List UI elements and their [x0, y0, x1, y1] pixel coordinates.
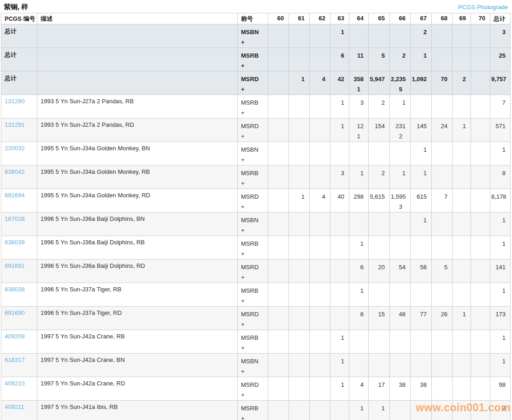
row-total-cell: 1	[490, 283, 511, 307]
pcgs-number-link[interactable]: 409209	[5, 333, 24, 340]
pcgs-number-cell: 618317	[1, 354, 37, 377]
grade-count: 3	[331, 168, 344, 178]
grade-65-cell: 2	[369, 166, 390, 189]
pcgs-number-link[interactable]: 618317	[5, 356, 24, 363]
col-header-grade-70: 70	[471, 13, 490, 24]
pcgs-number-cell: 691691	[1, 260, 37, 283]
grade-count: 1	[350, 239, 364, 249]
grade-66-cell	[390, 24, 411, 48]
description-cell: 1995 5 Yn Sun-J34a Golden Monkey, RB	[37, 166, 238, 189]
grade-63-cell: 1	[330, 354, 349, 377]
pcgs-number-cell: 638039	[1, 236, 37, 260]
grade-count: 11	[350, 51, 364, 61]
grade-65-cell: 5	[369, 48, 390, 71]
grade-68-cell: 26	[432, 307, 453, 330]
pcgs-number-link[interactable]: 691691	[5, 262, 24, 269]
grade-62-cell	[310, 260, 330, 283]
grade-66-cell: 38	[390, 377, 411, 401]
pcgs-number-link[interactable]: 638042	[5, 168, 24, 175]
pcgs-number-link[interactable]: 187028	[5, 215, 24, 222]
row-total-cell: 9,757	[490, 71, 511, 95]
designation-cell: MSBN +	[238, 24, 268, 48]
grade-70-cell	[471, 95, 490, 118]
grade-64-cell: 298	[349, 189, 369, 213]
grade-64-cell: 6	[349, 307, 369, 330]
grade-count: 1	[412, 51, 427, 61]
grade-count: 1	[350, 168, 364, 178]
grade-64-cell: 11	[349, 48, 369, 71]
pcgs-number-link[interactable]: 638039	[5, 239, 24, 246]
row-total-cell: 141	[490, 260, 511, 283]
coin-row: 1312901993 5 Yn Sun-J27a 2 Pandas, RBMSR…	[1, 95, 511, 118]
grade-60-cell	[268, 142, 289, 166]
col-header-grade-66: 66	[390, 13, 411, 24]
photograde-link[interactable]: PCGS Photograde	[458, 4, 508, 11]
grade-64-cell: 121	[349, 118, 369, 142]
grade-plus-count: 1	[350, 84, 364, 95]
grade-69-cell: 2	[453, 71, 471, 95]
grade-63-cell	[330, 213, 349, 236]
designation-cell: MSRD +	[238, 71, 268, 95]
grade-63-cell: 3	[330, 166, 349, 189]
grade-64-cell	[349, 24, 369, 48]
grade-68-cell: 5	[432, 260, 453, 283]
grade-64-cell: 3581	[349, 71, 369, 95]
grade-70-cell	[471, 401, 490, 420]
grade-60-cell	[268, 189, 289, 213]
pcgs-number-link[interactable]: 220032	[5, 145, 24, 152]
grade-count: 1	[350, 403, 364, 414]
grade-count: 12	[350, 121, 364, 131]
grade-63-cell	[330, 260, 349, 283]
grade-count: 38	[391, 380, 406, 390]
col-header-grade-65: 65	[369, 13, 390, 24]
row-total-cell: 8,178	[490, 189, 511, 213]
grade-67-cell	[411, 330, 432, 354]
grade-count: 20	[370, 262, 385, 272]
grade-62-cell	[310, 236, 330, 260]
pcgs-number-cell: 409210	[1, 377, 37, 401]
grade-count: 2	[391, 51, 406, 61]
description-cell: 1997 5 Yn Sun-J41a Ibis, RB	[37, 401, 238, 420]
grade-63-cell: 6	[330, 48, 349, 71]
pcgs-number-link[interactable]: 131290	[5, 98, 24, 105]
grade-67-cell: 615	[411, 189, 432, 213]
pcgs-number-link[interactable]: 638038	[5, 286, 24, 293]
grade-62-cell	[310, 142, 330, 166]
grade-62-cell	[310, 95, 330, 118]
grade-65-cell: 5,615	[369, 189, 390, 213]
description-cell	[37, 24, 238, 48]
grade-61-cell	[289, 118, 310, 142]
grade-67-cell: 1	[411, 166, 432, 189]
col-header-grade-68: 68	[432, 13, 453, 24]
grade-count: 7	[433, 192, 447, 202]
coin-row: 6380381996 5 Yn Sun-J37a Tiger, RBMSRB +…	[1, 283, 511, 307]
grade-70-cell	[471, 283, 490, 307]
description-cell: 1995 5 Yn Sun-J34a Golden Monkey, RD	[37, 189, 238, 213]
grade-plus-count: 1	[350, 131, 364, 142]
col-header-grade-69: 69	[453, 13, 471, 24]
pcgs-number-link[interactable]: 131291	[5, 121, 24, 128]
grade-66-cell: 1	[390, 95, 411, 118]
grade-65-cell	[369, 213, 390, 236]
description-cell: 1995 5 Yn Sun-J34a Golden Monkey, BN	[37, 142, 238, 166]
row-total-cell: 3	[490, 24, 511, 48]
pcgs-number-link[interactable]: 409211	[5, 403, 24, 410]
grade-60-cell	[268, 166, 289, 189]
pcgs-number-link[interactable]: 691694	[5, 192, 24, 199]
grade-68-cell	[432, 95, 453, 118]
row-total-cell: 1	[490, 142, 511, 166]
grade-67-cell: 77	[411, 307, 432, 330]
pcgs-number-link[interactable]: 691690	[5, 309, 24, 316]
grade-count: 38	[412, 380, 427, 390]
coin-row: 4092111997 5 Yn Sun-J41a Ibis, RBMSRB +1…	[1, 401, 511, 420]
col-header-designation: 称号	[238, 13, 268, 24]
description-cell: 1996 5 Yn Sun-J36a Baiji Dolphins, RB	[37, 236, 238, 260]
grade-69-cell	[453, 95, 471, 118]
grade-65-cell	[369, 142, 390, 166]
grade-62-cell	[310, 401, 330, 420]
pcgs-number-cell: 187028	[1, 213, 37, 236]
pcgs-number-link[interactable]: 409210	[5, 380, 24, 387]
total-label-cell: 总计	[1, 71, 37, 95]
grade-64-cell	[349, 354, 369, 377]
grade-65-cell	[369, 24, 390, 48]
